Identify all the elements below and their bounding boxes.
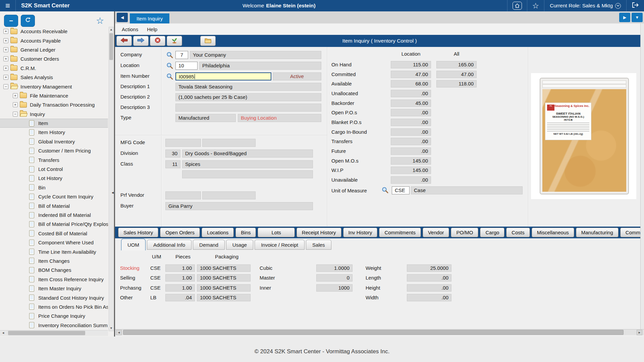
sub-tab[interactable]: Demand xyxy=(193,240,225,250)
tree-expander-icon[interactable] xyxy=(3,84,8,89)
tree-expander-icon[interactable] xyxy=(3,38,8,43)
detail-tab[interactable]: PO/MO xyxy=(451,228,478,237)
tab-item-inquiry[interactable]: Item Inquiry xyxy=(130,13,169,23)
collapse-sidebar-button[interactable]: − xyxy=(4,15,18,27)
sidebar-horizontal-scrollbar[interactable]: ◄ xyxy=(0,330,108,336)
back-button[interactable] xyxy=(116,36,132,46)
tree-item[interactable]: Indented Bill of Material xyxy=(0,210,108,220)
scroll-right-icon[interactable]: ► xyxy=(637,330,642,335)
tree-item[interactable]: Accounts Receivable xyxy=(0,27,108,36)
tab-menu-button[interactable]: ▼ xyxy=(632,13,643,22)
forward-button[interactable] xyxy=(133,36,149,46)
menu-help[interactable]: Help xyxy=(147,26,157,32)
detail-tab[interactable]: Bins xyxy=(235,228,256,237)
favorite-button[interactable]: ☆ xyxy=(527,0,544,11)
tree-item[interactable]: Costed Bill of Material xyxy=(0,229,108,238)
scrollbar-thumb[interactable] xyxy=(123,330,624,335)
detail-tab[interactable]: Inv History xyxy=(343,228,378,237)
menu-actions[interactable]: Actions xyxy=(122,26,138,32)
tree-item[interactable]: Customer Orders xyxy=(0,54,108,63)
tree-item[interactable]: Bill of Material Price/Qty Explos xyxy=(0,220,108,229)
tree-item[interactable]: Inquiry xyxy=(0,110,108,119)
sub-tab[interactable]: Invoice / Receipt xyxy=(255,240,305,250)
logout-button[interactable] xyxy=(627,0,644,11)
tree-item[interactable]: Component Where Used xyxy=(0,238,108,247)
tree-item[interactable]: Bill of Material xyxy=(0,201,108,210)
tree-item[interactable]: C.R.M. xyxy=(0,64,108,73)
tree-item[interactable]: Time Line Item Availability xyxy=(0,247,108,256)
cancel-button[interactable] xyxy=(150,36,165,46)
tree-item[interactable]: Item Changes xyxy=(0,256,108,265)
item-number-input[interactable]: I00985 xyxy=(175,72,271,80)
detail-tab[interactable]: Receipt History xyxy=(297,228,341,237)
tree-item[interactable]: Daily Transaction Processing xyxy=(0,100,108,109)
exit-button[interactable] xyxy=(167,36,182,46)
tree-item[interactable]: Inventory Management xyxy=(0,82,108,91)
detail-tab[interactable]: Costs xyxy=(506,228,530,237)
tree-item[interactable]: Item xyxy=(0,119,108,128)
detail-tab[interactable]: Open Orders xyxy=(160,228,200,237)
tree-expander-icon[interactable] xyxy=(3,75,8,80)
tree-expander-icon[interactable] xyxy=(13,112,18,117)
tree-expander-icon[interactable] xyxy=(3,47,8,52)
tree-item[interactable]: Price Change Inquiry xyxy=(0,311,108,320)
tree-item[interactable]: Global Inventory xyxy=(0,137,108,146)
search-icon[interactable] xyxy=(166,73,173,80)
tree-item[interactable]: BOM Changes xyxy=(0,265,108,275)
prev-tab-button[interactable]: ◀ xyxy=(117,13,128,22)
tree-item[interactable]: Item Cross Reference Inquiry xyxy=(0,275,108,284)
tree-item[interactable]: Sales Analysis xyxy=(0,73,108,82)
company-code-input[interactable]: 7 xyxy=(175,51,188,59)
tree-item[interactable]: File Maintenance xyxy=(0,91,108,100)
tree-item[interactable]: Accounts Payable xyxy=(0,36,108,45)
role-selector[interactable]: Current Role: Sales & Mktg xyxy=(544,0,626,11)
tree-item[interactable]: Customer / Item Pricing xyxy=(0,146,108,155)
tree-item[interactable]: Bin xyxy=(0,183,108,192)
search-icon[interactable] xyxy=(166,62,173,69)
detail-tab[interactable]: Locations xyxy=(202,228,234,237)
scroll-down-icon[interactable]: ▼ xyxy=(109,326,113,331)
search-icon[interactable] xyxy=(382,187,388,193)
uom-code-input[interactable]: CSE xyxy=(392,186,410,194)
tree-item[interactable]: General Ledger xyxy=(0,45,108,54)
home-button[interactable] xyxy=(507,0,527,11)
detail-tab[interactable]: Miscellaneous xyxy=(532,228,574,237)
tree-item[interactable]: Transfers xyxy=(0,155,108,164)
tree-item[interactable]: Cycle Count Item Inquiry xyxy=(0,192,108,201)
scroll-left-icon[interactable]: ◄ xyxy=(116,330,122,335)
tree-expander-icon[interactable] xyxy=(13,93,18,98)
search-icon[interactable] xyxy=(166,52,173,58)
hamburger-icon[interactable]: ≡ xyxy=(0,0,15,11)
sidebar-favorite-icon[interactable]: ☆ xyxy=(96,15,104,26)
main-vertical-scrollbar[interactable] xyxy=(640,23,644,329)
tree-item[interactable]: Item History xyxy=(0,128,108,137)
scroll-left-icon[interactable]: ◄ xyxy=(1,330,6,336)
detail-tab[interactable]: Vendor xyxy=(423,228,449,237)
scrollbar-thumb[interactable] xyxy=(109,33,113,60)
sidebar-vertical-scrollbar[interactable]: ▲ ▼ xyxy=(109,27,114,331)
sub-tab[interactable]: Usage xyxy=(226,240,253,250)
tree-item[interactable]: Item Master Inquiry xyxy=(0,284,108,293)
tree-expander-icon[interactable] xyxy=(13,102,18,107)
splitter-icon[interactable]: ◄ xyxy=(111,191,114,194)
sub-tab[interactable]: Sales xyxy=(306,240,331,250)
tree-expander-icon[interactable] xyxy=(3,66,8,71)
detail-tab[interactable]: Lots xyxy=(258,228,294,237)
sub-tab[interactable]: UOM xyxy=(121,239,146,250)
location-code-input[interactable]: 10 xyxy=(175,62,198,70)
tree-expander-icon[interactable] xyxy=(3,56,8,61)
detail-tab[interactable]: Commitments xyxy=(379,228,421,237)
open-button[interactable] xyxy=(200,36,216,46)
detail-tab[interactable]: Cargo xyxy=(480,228,504,237)
tree-item[interactable]: Lot History xyxy=(0,174,108,183)
main-horizontal-scrollbar[interactable]: ◄ ► xyxy=(115,329,644,335)
detail-tab[interactable]: Manufacturing xyxy=(576,228,619,237)
tree-item[interactable]: Inventory Reconciliation Summ xyxy=(0,321,108,330)
scrollbar-thumb[interactable] xyxy=(8,331,85,335)
tree-expander-icon[interactable] xyxy=(3,29,8,34)
next-tab-button[interactable]: ▶ xyxy=(619,13,630,22)
sub-tab[interactable]: Additional Info xyxy=(147,240,192,250)
tree-item[interactable]: Lot Control xyxy=(0,165,108,174)
refresh-button[interactable] xyxy=(21,15,35,27)
detail-tab[interactable]: Sales History xyxy=(118,228,158,237)
